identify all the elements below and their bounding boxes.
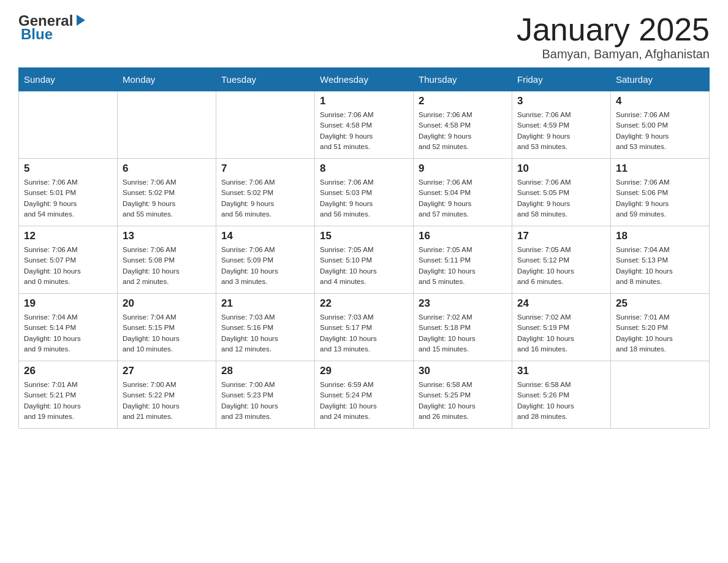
table-row: 21Sunrise: 7:03 AM Sunset: 5:16 PM Dayli… — [216, 294, 315, 361]
day-info: Sunrise: 7:06 AM Sunset: 5:05 PM Dayligh… — [517, 177, 605, 220]
table-row: 27Sunrise: 7:00 AM Sunset: 5:22 PM Dayli… — [118, 361, 216, 429]
table-row: 23Sunrise: 7:02 AM Sunset: 5:18 PM Dayli… — [414, 294, 512, 361]
day-number: 4 — [616, 95, 704, 107]
header-row: Sunday Monday Tuesday Wednesday Thursday… — [19, 68, 710, 91]
day-info: Sunrise: 7:05 AM Sunset: 5:11 PM Dayligh… — [419, 245, 507, 287]
col-sunday: Sunday — [19, 68, 118, 91]
table-row — [118, 91, 216, 159]
table-row — [611, 361, 710, 429]
day-number: 1 — [320, 95, 408, 107]
day-info: Sunrise: 6:59 AM Sunset: 5:24 PM Dayligh… — [320, 380, 408, 422]
day-number: 21 — [221, 297, 309, 310]
day-number: 30 — [419, 365, 507, 377]
table-row: 2Sunrise: 7:06 AM Sunset: 4:58 PM Daylig… — [414, 91, 512, 159]
day-number: 24 — [517, 297, 605, 310]
title-area: January 2025 Bamyan, Bamyan, Afghanistan — [517, 12, 710, 61]
table-row: 9Sunrise: 7:06 AM Sunset: 5:04 PM Daylig… — [414, 159, 512, 226]
day-number: 20 — [123, 297, 211, 310]
day-number: 19 — [24, 297, 112, 310]
day-info: Sunrise: 6:58 AM Sunset: 5:25 PM Dayligh… — [419, 380, 507, 422]
day-number: 29 — [320, 365, 408, 377]
table-row: 22Sunrise: 7:03 AM Sunset: 5:17 PM Dayli… — [315, 294, 414, 361]
location-subtitle: Bamyan, Bamyan, Afghanistan — [517, 47, 710, 61]
table-row: 17Sunrise: 7:05 AM Sunset: 5:12 PM Dayli… — [512, 226, 611, 294]
day-number: 26 — [24, 365, 112, 377]
day-number: 31 — [517, 365, 605, 377]
day-number: 10 — [517, 163, 605, 175]
table-row: 8Sunrise: 7:06 AM Sunset: 5:03 PM Daylig… — [315, 159, 414, 226]
day-info: Sunrise: 7:05 AM Sunset: 5:10 PM Dayligh… — [320, 245, 408, 287]
day-number: 11 — [616, 163, 704, 175]
logo-blue: Blue — [21, 26, 53, 43]
table-row: 25Sunrise: 7:01 AM Sunset: 5:20 PM Dayli… — [611, 294, 710, 361]
col-wednesday: Wednesday — [315, 68, 414, 91]
day-number: 25 — [616, 297, 704, 310]
day-number: 12 — [24, 230, 112, 242]
svg-marker-0 — [77, 15, 85, 26]
day-info: Sunrise: 7:02 AM Sunset: 5:18 PM Dayligh… — [419, 312, 507, 354]
day-info: Sunrise: 6:58 AM Sunset: 5:26 PM Dayligh… — [517, 380, 605, 422]
day-info: Sunrise: 7:00 AM Sunset: 5:22 PM Dayligh… — [123, 380, 211, 422]
table-row: 1Sunrise: 7:06 AM Sunset: 4:58 PM Daylig… — [315, 91, 414, 159]
col-monday: Monday — [118, 68, 216, 91]
day-number: 9 — [419, 163, 507, 175]
day-info: Sunrise: 7:01 AM Sunset: 5:20 PM Dayligh… — [616, 312, 704, 354]
table-row: 15Sunrise: 7:05 AM Sunset: 5:10 PM Dayli… — [315, 226, 414, 294]
day-number: 28 — [221, 365, 309, 377]
day-info: Sunrise: 7:06 AM Sunset: 4:58 PM Dayligh… — [320, 110, 408, 152]
day-info: Sunrise: 7:04 AM Sunset: 5:14 PM Dayligh… — [24, 312, 112, 354]
day-info: Sunrise: 7:06 AM Sunset: 5:00 PM Dayligh… — [616, 110, 704, 152]
table-row — [216, 91, 315, 159]
day-number: 22 — [320, 297, 408, 310]
page-header: General Blue January 2025 Bamyan, Bamyan… — [18, 12, 710, 61]
day-info: Sunrise: 7:06 AM Sunset: 5:02 PM Dayligh… — [123, 177, 211, 220]
day-number: 15 — [320, 230, 408, 242]
day-number: 7 — [221, 163, 309, 175]
table-row: 6Sunrise: 7:06 AM Sunset: 5:02 PM Daylig… — [118, 159, 216, 226]
day-number: 5 — [24, 163, 112, 175]
day-info: Sunrise: 7:04 AM Sunset: 5:15 PM Dayligh… — [123, 312, 211, 354]
day-info: Sunrise: 7:01 AM Sunset: 5:21 PM Dayligh… — [24, 380, 112, 422]
table-row: 24Sunrise: 7:02 AM Sunset: 5:19 PM Dayli… — [512, 294, 611, 361]
table-row: 16Sunrise: 7:05 AM Sunset: 5:11 PM Dayli… — [414, 226, 512, 294]
table-row: 18Sunrise: 7:04 AM Sunset: 5:13 PM Dayli… — [611, 226, 710, 294]
table-row: 10Sunrise: 7:06 AM Sunset: 5:05 PM Dayli… — [512, 159, 611, 226]
day-number: 17 — [517, 230, 605, 242]
day-info: Sunrise: 7:04 AM Sunset: 5:13 PM Dayligh… — [616, 245, 704, 287]
table-row: 29Sunrise: 6:59 AM Sunset: 5:24 PM Dayli… — [315, 361, 414, 429]
day-number: 27 — [123, 365, 211, 377]
day-number: 6 — [123, 163, 211, 175]
day-info: Sunrise: 7:06 AM Sunset: 5:08 PM Dayligh… — [123, 245, 211, 287]
logo-arrow-icon — [74, 13, 88, 27]
calendar-week-row: 26Sunrise: 7:01 AM Sunset: 5:21 PM Dayli… — [19, 361, 710, 429]
calendar-week-row: 5Sunrise: 7:06 AM Sunset: 5:01 PM Daylig… — [19, 159, 710, 226]
day-info: Sunrise: 7:02 AM Sunset: 5:19 PM Dayligh… — [517, 312, 605, 354]
day-number: 2 — [419, 95, 507, 107]
table-row: 7Sunrise: 7:06 AM Sunset: 5:02 PM Daylig… — [216, 159, 315, 226]
col-friday: Friday — [512, 68, 611, 91]
day-number: 23 — [419, 297, 507, 310]
calendar-week-row: 12Sunrise: 7:06 AM Sunset: 5:07 PM Dayli… — [19, 226, 710, 294]
day-info: Sunrise: 7:06 AM Sunset: 5:06 PM Dayligh… — [616, 177, 704, 220]
day-info: Sunrise: 7:06 AM Sunset: 5:01 PM Dayligh… — [24, 177, 112, 220]
day-info: Sunrise: 7:03 AM Sunset: 5:17 PM Dayligh… — [320, 312, 408, 354]
day-info: Sunrise: 7:06 AM Sunset: 5:07 PM Dayligh… — [24, 245, 112, 287]
day-number: 18 — [616, 230, 704, 242]
day-info: Sunrise: 7:06 AM Sunset: 5:02 PM Dayligh… — [221, 177, 309, 220]
table-row: 4Sunrise: 7:06 AM Sunset: 5:00 PM Daylig… — [611, 91, 710, 159]
logo: General Blue — [18, 12, 88, 43]
day-info: Sunrise: 7:06 AM Sunset: 5:09 PM Dayligh… — [221, 245, 309, 287]
day-info: Sunrise: 7:06 AM Sunset: 4:59 PM Dayligh… — [517, 110, 605, 152]
table-row: 13Sunrise: 7:06 AM Sunset: 5:08 PM Dayli… — [118, 226, 216, 294]
table-row: 19Sunrise: 7:04 AM Sunset: 5:14 PM Dayli… — [19, 294, 118, 361]
table-row: 11Sunrise: 7:06 AM Sunset: 5:06 PM Dayli… — [611, 159, 710, 226]
day-info: Sunrise: 7:03 AM Sunset: 5:16 PM Dayligh… — [221, 312, 309, 354]
table-row: 12Sunrise: 7:06 AM Sunset: 5:07 PM Dayli… — [19, 226, 118, 294]
col-thursday: Thursday — [414, 68, 512, 91]
calendar-week-row: 1Sunrise: 7:06 AM Sunset: 4:58 PM Daylig… — [19, 91, 710, 159]
table-row: 26Sunrise: 7:01 AM Sunset: 5:21 PM Dayli… — [19, 361, 118, 429]
table-row: 28Sunrise: 7:00 AM Sunset: 5:23 PM Dayli… — [216, 361, 315, 429]
day-number: 8 — [320, 163, 408, 175]
month-title: January 2025 — [517, 12, 710, 47]
day-info: Sunrise: 7:06 AM Sunset: 5:03 PM Dayligh… — [320, 177, 408, 220]
